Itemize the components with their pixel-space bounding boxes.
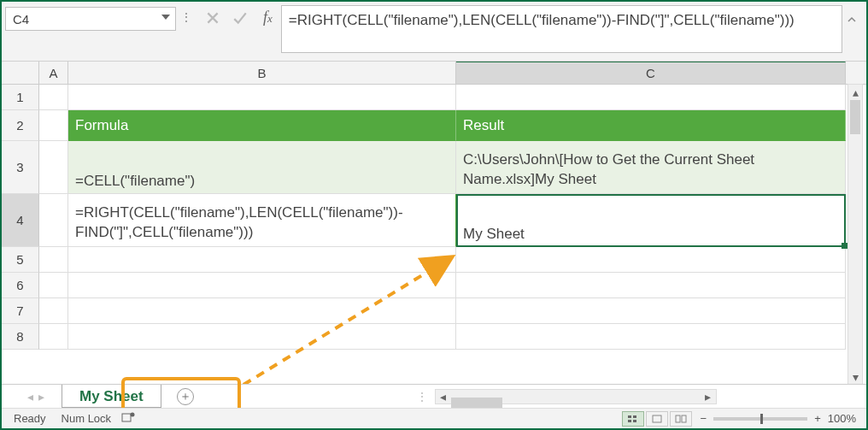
cell[interactable]	[68, 85, 456, 110]
cell-c3[interactable]: C:\Users\John\[How to Get the Current Sh…	[456, 141, 846, 194]
name-box[interactable]: C4	[5, 7, 176, 31]
row-header[interactable]: 7	[2, 298, 39, 324]
cell[interactable]	[39, 247, 68, 273]
cell[interactable]	[39, 273, 68, 298]
cell[interactable]	[456, 298, 846, 324]
cell[interactable]	[456, 247, 846, 273]
zoom-slider[interactable]	[713, 417, 807, 421]
sheet-tabs-bar: ◂ ▸ My Sheet ＋ ⋮ ◂ ▸	[2, 384, 866, 408]
column-header-a[interactable]: A	[39, 62, 68, 84]
name-box-value: C4	[13, 12, 29, 27]
cell[interactable]	[68, 247, 456, 273]
row-header[interactable]: 2	[2, 110, 39, 141]
zoom-slider-thumb[interactable]	[760, 414, 763, 424]
row-header[interactable]: 5	[2, 247, 39, 273]
vertical-scrollbar[interactable]: ▴ ▾	[847, 84, 863, 386]
svg-rect-6	[633, 420, 636, 422]
tab-next-icon[interactable]: ▸	[38, 390, 44, 403]
cell[interactable]	[456, 324, 846, 350]
cell-b4[interactable]: =RIGHT(CELL("filename"),LEN(CELL("filena…	[68, 194, 456, 247]
column-header-c[interactable]: C	[456, 62, 846, 84]
page-layout-view-button[interactable]	[646, 411, 668, 427]
enter-icon[interactable]	[232, 10, 248, 28]
svg-rect-8	[676, 415, 680, 422]
row-header[interactable]: 4	[2, 194, 39, 247]
tab-split-handle[interactable]: ⋮	[416, 390, 428, 403]
fx-icon[interactable]: fx	[263, 9, 273, 27]
scrollbar-thumb[interactable]	[850, 100, 860, 134]
scroll-down-icon[interactable]: ▾	[848, 369, 862, 385]
cell[interactable]	[39, 298, 68, 324]
spreadsheet-grid: 1 2 Formula Result 3 =CELL("filename") C…	[2, 85, 866, 350]
cell[interactable]	[39, 85, 68, 110]
add-sheet-button[interactable]: ＋	[177, 388, 194, 405]
scroll-left-icon[interactable]: ◂	[436, 390, 451, 403]
cell-b3[interactable]: =CELL("filename")	[68, 141, 456, 194]
cell[interactable]	[456, 273, 846, 298]
name-box-expand-icon[interactable]: ⋮	[179, 10, 193, 24]
row-header[interactable]: 6	[2, 273, 39, 298]
status-numlock: Num Lock	[62, 412, 112, 425]
svg-rect-7	[653, 415, 661, 422]
cell-c4[interactable]: My Sheet	[456, 194, 846, 247]
formula-text: =RIGHT(CELL("filename"),LEN(CELL("filena…	[289, 12, 795, 28]
cell[interactable]	[39, 141, 68, 194]
tab-nav: ◂ ▸	[27, 390, 44, 403]
column-header-b[interactable]: B	[68, 62, 456, 84]
chevron-down-icon[interactable]	[161, 15, 170, 20]
row-header[interactable]: 3	[2, 141, 39, 194]
cell[interactable]	[39, 324, 68, 350]
svg-point-2	[131, 413, 135, 417]
column-headers: A B C	[2, 62, 866, 85]
svg-rect-4	[633, 415, 636, 418]
cancel-icon[interactable]	[205, 10, 220, 28]
cell[interactable]	[68, 298, 456, 324]
cell[interactable]	[456, 85, 846, 110]
select-all-corner[interactable]	[2, 62, 39, 84]
macro-record-icon[interactable]	[121, 411, 135, 426]
scroll-right-icon[interactable]: ▸	[701, 390, 716, 403]
svg-rect-3	[628, 415, 631, 418]
tab-prev-icon[interactable]: ◂	[27, 390, 33, 403]
status-bar: Ready Num Lock − + 100%	[2, 408, 866, 428]
horizontal-scrollbar[interactable]: ◂ ▸	[435, 389, 717, 404]
cell[interactable]	[68, 324, 456, 350]
row-header[interactable]: 8	[2, 324, 39, 350]
cell-header-formula[interactable]: Formula	[68, 110, 456, 141]
svg-rect-9	[682, 415, 686, 422]
svg-rect-5	[628, 420, 631, 422]
page-break-view-button[interactable]	[670, 411, 692, 427]
normal-view-button[interactable]	[622, 411, 644, 427]
view-buttons	[622, 411, 692, 427]
cell[interactable]	[39, 110, 68, 141]
zoom-in-button[interactable]: +	[814, 412, 821, 425]
zoom-out-button[interactable]: −	[701, 412, 707, 425]
formula-bar-buttons	[205, 10, 248, 28]
scroll-up-icon[interactable]: ▴	[848, 85, 862, 100]
cell-header-result[interactable]: Result	[456, 110, 846, 141]
sheet-tab[interactable]: My Sheet	[62, 385, 161, 408]
svg-rect-1	[122, 414, 131, 421]
formula-input[interactable]: =RIGHT(CELL("filename"),LEN(CELL("filena…	[281, 5, 842, 53]
cell[interactable]	[68, 273, 456, 298]
cell[interactable]	[39, 194, 68, 247]
zoom-level[interactable]: 100%	[828, 412, 856, 425]
row-header[interactable]: 1	[2, 85, 39, 110]
status-ready: Ready	[14, 412, 46, 425]
zoom-controls: − + 100%	[701, 412, 856, 425]
formula-bar-expand-icon[interactable]	[846, 14, 858, 28]
formula-bar: C4 ⋮ fx =RIGHT(CELL("filename"),LEN(CELL…	[2, 2, 866, 62]
